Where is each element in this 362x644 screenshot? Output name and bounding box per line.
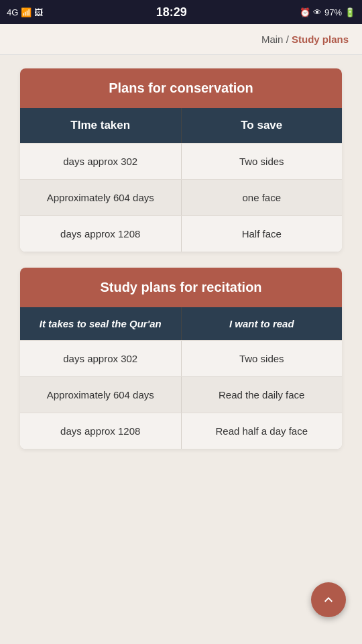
conservation-row3-col1: days approx 1208 [20,216,182,252]
recitation-row2-col2: Read the daily face [182,377,343,413]
conservation-row1-col1: days approx 302 [20,144,182,179]
recitation-row1-col1: days approx 302 [20,341,182,376]
battery-icon: 🔋 [345,7,355,17]
breadcrumb-current: Study plans [292,34,349,45]
scroll-top-button[interactable] [311,582,346,617]
conservation-row3-col2: Half face [182,216,343,252]
conservation-title: Plans for conservation [20,68,342,108]
image-icon: 🖼 [34,7,43,17]
conservation-col1-header: TIme taken [20,108,182,143]
recitation-row-1: days approx 302 Two sides [20,340,342,376]
breadcrumb-text: Main / Study plans [261,34,349,45]
recitation-row-2: Approximately 604 days Read the daily fa… [20,376,342,413]
eye-icon: 👁 [313,7,322,17]
recitation-section: Study plans for recitation It takes to s… [20,268,342,449]
recitation-title: Study plans for recitation [20,268,342,307]
conservation-row2-col2: one face [182,180,343,215]
chevron-up-icon [320,592,337,608]
recitation-col2-header: I want to read [182,307,343,340]
recitation-row3-col2: Read half a day face [182,413,343,449]
clock: 18:29 [156,5,187,19]
main-content: Plans for conservation TIme taken To sav… [0,55,362,478]
recitation-col1-header: It takes to seal the Qur'an [20,307,182,340]
breadcrumb-main[interactable]: Main [261,34,284,45]
breadcrumb: Main / Study plans [0,24,362,55]
recitation-table-header: It takes to seal the Qur'an I want to re… [20,307,342,340]
conservation-row2-col1: Approximately 604 days [20,180,182,215]
recitation-row2-col1: Approximately 604 days [20,377,182,413]
breadcrumb-separator: / [286,34,289,45]
battery-percent: 97% [324,7,342,17]
alarm-icon: ⏰ [300,7,310,17]
conservation-row-3: days approx 1208 Half face [20,215,342,252]
conservation-row-2: Approximately 604 days one face [20,179,342,215]
conservation-table-header: TIme taken To save [20,108,342,143]
network-indicator: 4G [7,7,18,17]
recitation-row1-col2: Two sides [182,341,343,376]
signal-icons: 📶 [21,7,32,17]
recitation-row3-col1: days approx 1208 [20,413,182,449]
status-right: ⏰ 👁 97% 🔋 [300,7,355,17]
conservation-section: Plans for conservation TIme taken To sav… [20,68,342,252]
recitation-row-3: days approx 1208 Read half a day face [20,413,342,449]
status-bar: 4G 📶 🖼 18:29 ⏰ 👁 97% 🔋 [0,0,362,24]
conservation-row1-col2: Two sides [182,144,343,179]
conservation-row-1: days approx 302 Two sides [20,143,342,179]
status-left: 4G 📶 🖼 [7,7,43,17]
conservation-col2-header: To save [182,108,343,143]
